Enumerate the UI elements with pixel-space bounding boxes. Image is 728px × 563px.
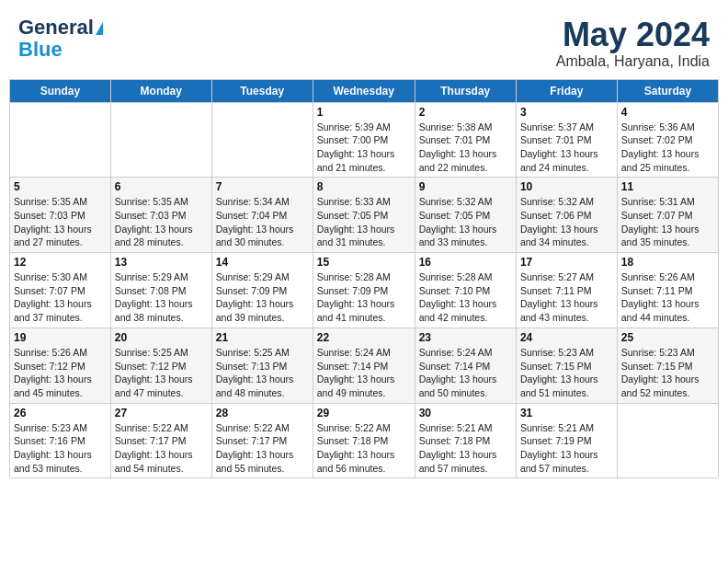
calendar-cell: 21Sunrise: 5:25 AMSunset: 7:13 PMDayligh… (211, 327, 313, 403)
day-info: Sunrise: 5:22 AMSunset: 7:17 PMDaylight:… (115, 421, 208, 476)
calendar-cell: 9Sunrise: 5:32 AMSunset: 7:05 PMDaylight… (415, 178, 516, 253)
day-info: Sunrise: 5:30 AMSunset: 7:07 PMDaylight:… (14, 270, 107, 325)
calendar-week-2: 12Sunrise: 5:30 AMSunset: 7:07 PMDayligh… (10, 253, 719, 328)
day-number: 15 (317, 256, 411, 269)
calendar-cell: 14Sunrise: 5:29 AMSunset: 7:09 PMDayligh… (211, 253, 313, 328)
day-info: Sunrise: 5:27 AMSunset: 7:11 PMDaylight:… (520, 270, 613, 325)
day-number: 18 (621, 256, 714, 269)
calendar-cell: 26Sunrise: 5:23 AMSunset: 7:16 PMDayligh… (10, 403, 111, 478)
calendar-week-4: 26Sunrise: 5:23 AMSunset: 7:16 PMDayligh… (10, 403, 719, 478)
calendar-week-3: 19Sunrise: 5:26 AMSunset: 7:12 PMDayligh… (10, 327, 719, 403)
calendar-cell: 3Sunrise: 5:37 AMSunset: 7:01 PMDaylight… (516, 102, 617, 178)
weekday-header-monday: Monday (110, 79, 211, 102)
day-number: 14 (216, 256, 309, 269)
day-number: 16 (419, 256, 512, 269)
day-number: 13 (115, 256, 208, 269)
day-number: 24 (520, 331, 613, 344)
day-info: Sunrise: 5:28 AMSunset: 7:10 PMDaylight:… (419, 270, 512, 325)
day-info: Sunrise: 5:23 AMSunset: 7:15 PMDaylight:… (621, 346, 714, 400)
day-number: 4 (621, 106, 714, 119)
calendar-cell: 5Sunrise: 5:35 AMSunset: 7:03 PMDaylight… (10, 178, 111, 253)
day-info: Sunrise: 5:22 AMSunset: 7:17 PMDaylight:… (216, 421, 309, 476)
day-info: Sunrise: 5:23 AMSunset: 7:15 PMDaylight:… (520, 346, 613, 400)
weekday-header-wednesday: Wednesday (313, 79, 415, 102)
day-number: 10 (520, 180, 613, 193)
day-number: 9 (419, 180, 512, 193)
day-info: Sunrise: 5:37 AMSunset: 7:01 PMDaylight:… (520, 121, 613, 175)
weekday-header-row: SundayMondayTuesdayWednesdayThursdayFrid… (10, 79, 719, 102)
calendar-cell: 4Sunrise: 5:36 AMSunset: 7:02 PMDaylight… (617, 102, 718, 178)
day-number: 5 (14, 180, 107, 193)
calendar-cell: 19Sunrise: 5:26 AMSunset: 7:12 PMDayligh… (10, 327, 111, 403)
day-number: 22 (317, 331, 411, 344)
day-info: Sunrise: 5:32 AMSunset: 7:06 PMDaylight:… (520, 195, 613, 249)
calendar-cell: 8Sunrise: 5:33 AMSunset: 7:05 PMDaylight… (313, 178, 415, 253)
day-info: Sunrise: 5:28 AMSunset: 7:09 PMDaylight:… (317, 270, 411, 325)
day-info: Sunrise: 5:26 AMSunset: 7:11 PMDaylight:… (621, 270, 714, 325)
day-number: 23 (419, 331, 512, 344)
calendar-cell: 28Sunrise: 5:22 AMSunset: 7:17 PMDayligh… (211, 403, 313, 478)
day-number: 20 (115, 331, 208, 344)
calendar-cell (110, 102, 211, 178)
day-number: 8 (317, 180, 411, 193)
day-info: Sunrise: 5:31 AMSunset: 7:07 PMDaylight:… (621, 195, 714, 249)
calendar-cell: 10Sunrise: 5:32 AMSunset: 7:06 PMDayligh… (516, 178, 617, 253)
day-number: 12 (14, 256, 107, 269)
calendar-table: SundayMondayTuesdayWednesdayThursdayFrid… (9, 79, 719, 479)
calendar-cell (10, 102, 111, 178)
day-info: Sunrise: 5:39 AMSunset: 7:00 PMDaylight:… (317, 121, 411, 175)
day-number: 21 (216, 331, 309, 344)
calendar-subtitle: Ambala, Haryana, India (556, 53, 710, 70)
day-info: Sunrise: 5:33 AMSunset: 7:05 PMDaylight:… (317, 195, 411, 249)
calendar-header: SundayMondayTuesdayWednesdayThursdayFrid… (10, 79, 719, 102)
calendar-cell: 27Sunrise: 5:22 AMSunset: 7:17 PMDayligh… (110, 403, 211, 478)
calendar-cell: 13Sunrise: 5:29 AMSunset: 7:08 PMDayligh… (110, 253, 211, 328)
day-number: 26 (14, 407, 107, 419)
weekday-header-tuesday: Tuesday (211, 79, 313, 102)
day-number: 29 (317, 407, 411, 419)
day-number: 25 (621, 331, 714, 344)
day-number: 1 (317, 106, 411, 119)
calendar-cell: 22Sunrise: 5:24 AMSunset: 7:14 PMDayligh… (313, 327, 415, 403)
day-info: Sunrise: 5:24 AMSunset: 7:14 PMDaylight:… (317, 346, 411, 400)
weekday-header-sunday: Sunday (10, 79, 111, 102)
day-info: Sunrise: 5:29 AMSunset: 7:08 PMDaylight:… (115, 270, 208, 325)
day-number: 17 (520, 256, 613, 269)
day-info: Sunrise: 5:21 AMSunset: 7:19 PMDaylight:… (520, 421, 613, 476)
calendar-title: May 2024 (556, 17, 710, 53)
calendar-cell (617, 403, 718, 478)
calendar-week-0: 1Sunrise: 5:39 AMSunset: 7:00 PMDaylight… (10, 102, 719, 178)
calendar-cell: 6Sunrise: 5:35 AMSunset: 7:03 PMDaylight… (110, 178, 211, 253)
day-info: Sunrise: 5:29 AMSunset: 7:09 PMDaylight:… (216, 270, 309, 325)
calendar-body: 1Sunrise: 5:39 AMSunset: 7:00 PMDaylight… (10, 102, 719, 478)
day-info: Sunrise: 5:38 AMSunset: 7:01 PMDaylight:… (419, 121, 512, 175)
day-info: Sunrise: 5:35 AMSunset: 7:03 PMDaylight:… (115, 195, 208, 249)
calendar-cell: 18Sunrise: 5:26 AMSunset: 7:11 PMDayligh… (617, 253, 718, 328)
day-number: 19 (14, 331, 107, 344)
day-number: 3 (520, 106, 613, 119)
calendar-cell: 30Sunrise: 5:21 AMSunset: 7:18 PMDayligh… (415, 403, 516, 478)
day-number: 11 (621, 180, 714, 193)
calendar-cell: 7Sunrise: 5:34 AMSunset: 7:04 PMDaylight… (211, 178, 313, 253)
day-info: Sunrise: 5:23 AMSunset: 7:16 PMDaylight:… (14, 421, 107, 476)
weekday-header-thursday: Thursday (415, 79, 516, 102)
calendar-cell: 31Sunrise: 5:21 AMSunset: 7:19 PMDayligh… (516, 403, 617, 478)
calendar-cell (211, 102, 313, 178)
day-info: Sunrise: 5:22 AMSunset: 7:18 PMDaylight:… (317, 421, 411, 476)
calendar-cell: 24Sunrise: 5:23 AMSunset: 7:15 PMDayligh… (516, 327, 617, 403)
weekday-header-saturday: Saturday (617, 79, 718, 102)
day-info: Sunrise: 5:25 AMSunset: 7:12 PMDaylight:… (115, 346, 208, 400)
calendar-cell: 29Sunrise: 5:22 AMSunset: 7:18 PMDayligh… (313, 403, 415, 478)
day-number: 7 (216, 180, 309, 193)
day-number: 27 (115, 407, 208, 419)
calendar-week-1: 5Sunrise: 5:35 AMSunset: 7:03 PMDaylight… (10, 178, 719, 253)
day-info: Sunrise: 5:21 AMSunset: 7:18 PMDaylight:… (419, 421, 512, 476)
calendar-cell: 15Sunrise: 5:28 AMSunset: 7:09 PMDayligh… (313, 253, 415, 328)
weekday-header-friday: Friday (516, 79, 617, 102)
calendar-cell: 1Sunrise: 5:39 AMSunset: 7:00 PMDaylight… (313, 102, 415, 178)
day-info: Sunrise: 5:36 AMSunset: 7:02 PMDaylight:… (621, 121, 714, 175)
calendar-cell: 25Sunrise: 5:23 AMSunset: 7:15 PMDayligh… (617, 327, 718, 403)
calendar-cell: 20Sunrise: 5:25 AMSunset: 7:12 PMDayligh… (110, 327, 211, 403)
calendar-cell: 16Sunrise: 5:28 AMSunset: 7:10 PMDayligh… (415, 253, 516, 328)
calendar-cell: 2Sunrise: 5:38 AMSunset: 7:01 PMDaylight… (415, 102, 516, 178)
